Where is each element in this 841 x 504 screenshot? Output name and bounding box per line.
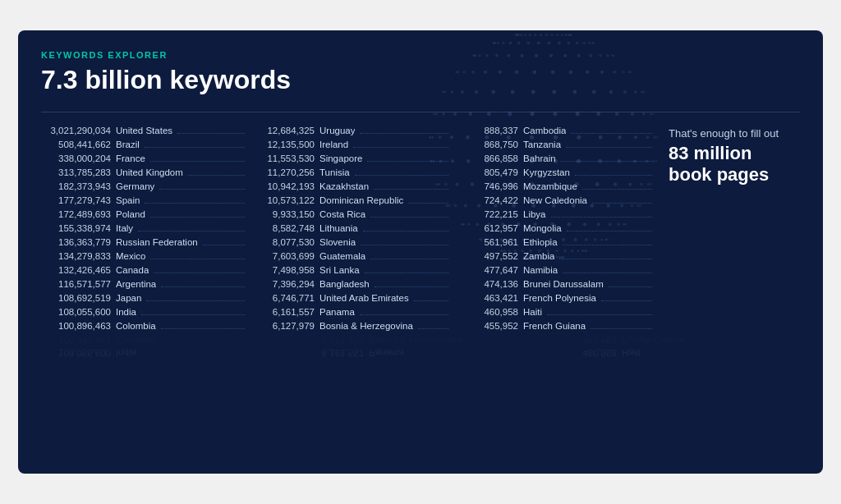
row-country: Slovenia — [319, 237, 356, 247]
table-row: 3,021,290,034United States — [41, 124, 245, 138]
row-dots — [188, 175, 245, 176]
row-dots — [414, 300, 448, 301]
columns-wrapper: 3,021,290,034United States508,441,662Bra… — [41, 124, 652, 333]
table-row: 11,553,530Singapore — [245, 152, 448, 166]
row-dots — [361, 245, 448, 245]
row-country: Russian Federation — [116, 237, 198, 247]
svg-point-235 — [537, 41, 540, 44]
row-dots — [161, 286, 245, 287]
row-number: 6,746,771 — [245, 293, 315, 303]
row-number: 10,573,122 — [245, 195, 315, 205]
row-number: 460,958 — [448, 307, 518, 317]
row-dots — [567, 231, 652, 231]
row-number: 134,279,833 — [41, 251, 111, 261]
table-row: 561,961Ethiopia — [448, 236, 652, 250]
row-country: Tanzania — [523, 140, 561, 149]
row-number: 132,426,465 — [41, 265, 111, 275]
row-dots — [145, 203, 245, 204]
svg-point-247 — [565, 34, 567, 35]
svg-point-162 — [553, 112, 557, 116]
svg-point-228 — [591, 42, 594, 44]
column-2: 888,337Cambodia868,750Tanzania866,858Bah… — [448, 124, 652, 333]
row-country: Uruguay — [319, 126, 355, 135]
svg-point-261 — [524, 34, 526, 36]
row-country: Mexico — [116, 251, 145, 261]
row-dots — [150, 161, 245, 162]
row-country: Libya — [523, 209, 546, 219]
row-number: 100,896,463 — [41, 321, 111, 331]
row-dots — [374, 189, 448, 190]
row-dots — [367, 161, 448, 162]
table-row: 10,942,193Kazakhstan — [245, 180, 448, 194]
table-row: 132,426,465Canada — [41, 263, 245, 277]
table-row: 460,958Haiti — [448, 305, 652, 319]
row-country: India — [116, 307, 136, 317]
row-country: United Kingdom — [116, 167, 183, 177]
row-country: Italy — [116, 223, 133, 233]
row-country: Panama — [319, 307, 355, 317]
svg-point-265 — [515, 34, 517, 36]
row-country: Lithuania — [319, 223, 358, 233]
svg-point-264 — [516, 34, 518, 36]
table-row: 866,858Bahrain — [448, 152, 652, 166]
row-country: Dominican Republic — [319, 195, 403, 205]
table-row: 746,996Mozambique — [448, 180, 652, 194]
row-number: 116,571,577 — [41, 279, 111, 289]
row-country: France — [116, 153, 145, 163]
row-number: 10,942,193 — [245, 181, 315, 191]
row-dots — [408, 203, 448, 204]
svg-point-161 — [576, 112, 580, 116]
table-row: 463,421French Polynesia — [448, 291, 652, 305]
svg-point-232 — [568, 42, 571, 45]
row-dots — [582, 189, 652, 190]
row-country: Tunisia — [319, 167, 350, 177]
reflection-row: 108,055,600India — [41, 346, 294, 360]
svg-point-157 — [642, 112, 646, 116]
svg-point-237 — [517, 42, 521, 45]
row-country: Kazakhstan — [319, 181, 369, 191]
row-dots — [591, 328, 652, 329]
table-row: 7,498,958Sri Lanka — [245, 263, 448, 277]
table-row: 172,489,693Poland — [41, 208, 245, 222]
row-number: 612,957 — [448, 223, 518, 233]
table-row: 477,647Namibia — [448, 263, 652, 277]
row-number: 497,552 — [448, 251, 518, 261]
svg-point-160 — [596, 112, 600, 116]
table-row: 9,933,150Costa Rica — [245, 208, 448, 222]
table-row: 7,603,699Guatemala — [245, 250, 448, 263]
svg-point-158 — [631, 112, 634, 116]
svg-point-238 — [509, 42, 512, 45]
row-country: Haiti — [523, 307, 542, 317]
row-dots — [559, 259, 652, 259]
svg-point-166 — [469, 112, 472, 116]
stat-intro: That's enough to fill out — [669, 127, 800, 140]
svg-point-154 — [433, 113, 435, 116]
row-number: 746,996 — [448, 181, 518, 191]
svg-point-227 — [592, 42, 595, 44]
row-country: Germany — [116, 181, 154, 191]
row-dots — [563, 273, 652, 273]
svg-point-255 — [556, 34, 558, 36]
reflection-col-1: 6,161,557Panama6,127,979Bosnia & Herzego… — [294, 333, 547, 360]
reflection-row: 460,958Haiti — [547, 346, 800, 360]
table-row: 313,785,283United Kingdom — [41, 166, 245, 180]
row-country: Kyrgyzstan — [523, 167, 570, 177]
row-number: 463,421 — [448, 293, 518, 303]
svg-point-169 — [435, 112, 438, 115]
row-dots — [418, 328, 448, 329]
table-row: 724,422New Caledonia — [448, 194, 652, 208]
row-dots — [547, 314, 652, 315]
row-country: Zambia — [523, 251, 554, 261]
svg-point-246 — [521, 34, 522, 35]
table-section: 3,021,290,034United States508,441,662Bra… — [41, 124, 652, 333]
row-number: 338,000,204 — [41, 153, 111, 163]
row-country: Mongolia — [523, 223, 562, 233]
table-row: 7,396,294Bangladesh — [245, 277, 448, 291]
table-row: 338,000,204France — [41, 152, 245, 166]
row-dots — [370, 217, 448, 218]
svg-point-164 — [508, 112, 512, 116]
row-dots — [150, 259, 245, 259]
row-number: 7,396,294 — [245, 279, 315, 289]
table-row: 6,746,771United Arab Emirates — [245, 291, 448, 305]
svg-point-245 — [517, 34, 519, 35]
